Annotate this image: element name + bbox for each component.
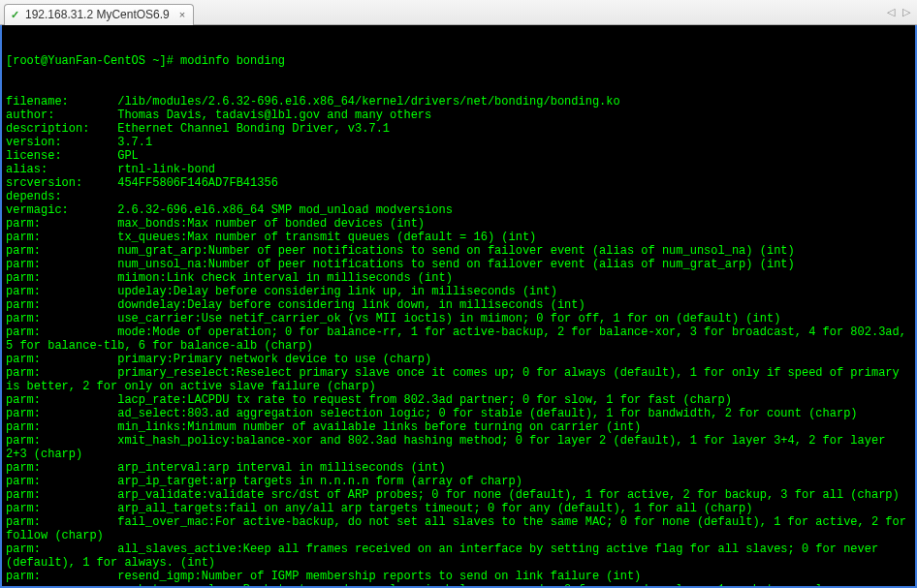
terminal-line: parm: resend_igmp:Number of IGMP members… xyxy=(6,570,911,583)
terminal-line: parm: primary_reselect:Reselect primary … xyxy=(6,366,911,393)
tab-bar: ✓ 192.168.31.2 MyCentOS6.9 × ◁ ▷ xyxy=(0,0,917,25)
terminal-line: parm: max_bonds:Max number of bonded dev… xyxy=(6,217,911,231)
terminal-line: parm: arp_interval:arp interval in milli… xyxy=(6,461,911,475)
terminal-line: parm: num_unsol_na:Number of peer notifi… xyxy=(6,258,911,271)
terminal-line: parm: use_carrier:Use netif_carrier_ok (… xyxy=(6,312,911,325)
terminal-line: parm: fail_over_mac:For active-backup, d… xyxy=(6,515,911,542)
terminal-output: filename: /lib/modules/2.6.32-696.el6.x8… xyxy=(6,95,911,588)
terminal-line: parm: num_grat_arp:Number of peer notifi… xyxy=(6,244,911,258)
terminal[interactable]: [root@YuanFan-CentOS ~]# modinfo bonding… xyxy=(0,25,917,588)
terminal-line: parm: min_links:Minimum number of availa… xyxy=(6,420,911,434)
terminal-line: license: GPL xyxy=(6,149,911,163)
terminal-line: parm: primary:Primary network device to … xyxy=(6,353,911,366)
terminal-line: parm: arp_ip_target:arp targets in n.n.n… xyxy=(6,475,911,488)
terminal-line: parm: lacp_rate:LACPDU tx rate to reques… xyxy=(6,393,911,407)
terminal-line: parm: arp_all_targets:fail on any/all ar… xyxy=(6,502,911,515)
terminal-line: description: Ethernet Channel Bonding Dr… xyxy=(6,122,911,136)
close-icon[interactable]: × xyxy=(179,9,185,20)
terminal-line: parm: arp_validate:validate src/dst of A… xyxy=(6,488,911,502)
terminal-line: parm: tx_queues:Max number of transmit q… xyxy=(6,231,911,244)
terminal-line: parm: ad_select:803.ad aggregation selec… xyxy=(6,407,911,420)
nav-prev-icon[interactable]: ◁ xyxy=(884,6,898,18)
terminal-line: parm: mode:Mode of operation; 0 for bala… xyxy=(6,325,911,353)
terminal-line: parm: xmit_hash_policy:balance-xor and 8… xyxy=(6,434,911,461)
terminal-prompt: [root@YuanFan-CentOS ~]# modinfo bonding xyxy=(6,54,911,68)
terminal-line: parm: packets_per_slave:Packets to send … xyxy=(6,583,911,588)
terminal-line: vermagic: 2.6.32-696.el6.x86_64 SMP mod_… xyxy=(6,203,911,217)
terminal-line: alias: rtnl-link-bond xyxy=(6,163,911,176)
check-icon: ✓ xyxy=(11,9,19,21)
terminal-line: parm: updelay:Delay before considering l… xyxy=(6,285,911,298)
tab-nav: ◁ ▷ xyxy=(884,6,913,18)
terminal-line: author: Thomas Davis, tadavis@lbl.gov an… xyxy=(6,108,911,122)
terminal-line: version: 3.7.1 xyxy=(6,136,911,149)
terminal-line: parm: miimon:Link check interval in mill… xyxy=(6,271,911,285)
nav-next-icon[interactable]: ▷ xyxy=(900,6,913,18)
terminal-line: parm: downdelay:Delay before considering… xyxy=(6,298,911,312)
terminal-line: srcversion: 454FF5806F146AD7FB41356 xyxy=(6,176,911,190)
terminal-line: filename: /lib/modules/2.6.32-696.el6.x8… xyxy=(6,95,911,108)
terminal-line: depends: xyxy=(6,190,911,203)
tab-title: 192.168.31.2 MyCentOS6.9 xyxy=(25,8,170,21)
terminal-line: parm: all_slaves_active:Keep all frames … xyxy=(6,542,911,570)
tab-active[interactable]: ✓ 192.168.31.2 MyCentOS6.9 × xyxy=(4,4,194,25)
